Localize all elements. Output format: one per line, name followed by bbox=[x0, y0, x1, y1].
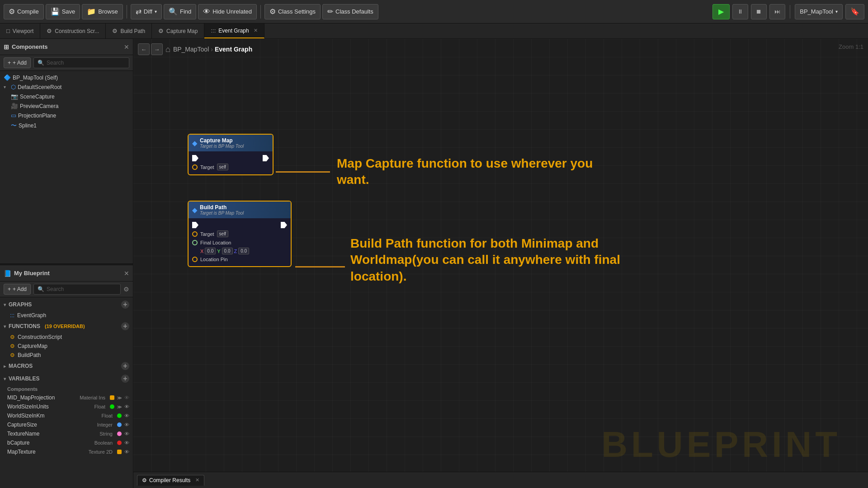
compile-button[interactable]: ⚙ Compile bbox=[4, 4, 44, 19]
capture-map-icon: ⚙ bbox=[158, 28, 164, 34]
play-button[interactable]: ▶ bbox=[712, 4, 730, 19]
tab-event-graph-close[interactable]: ✕ bbox=[254, 28, 258, 33]
tab-event-graph[interactable]: ::: Event Graph ✕ bbox=[204, 23, 264, 38]
compiler-results-close[interactable]: ✕ bbox=[195, 477, 199, 483]
components-search-input[interactable]: 🔍 Search bbox=[33, 57, 129, 68]
pause-button[interactable]: ⏸ bbox=[732, 4, 748, 19]
construction-script-item[interactable]: ⚙ ConstructionScript bbox=[0, 333, 133, 342]
my-blueprint-search-input[interactable]: 🔍 Search bbox=[33, 284, 121, 295]
find-button[interactable]: 🔍 Find bbox=[164, 4, 196, 19]
bookmark-button[interactable]: 🔖 bbox=[845, 4, 864, 19]
worldsize-inunits-eye[interactable]: 👁 bbox=[124, 404, 129, 409]
bcapture-eye[interactable]: 👁 bbox=[124, 440, 129, 446]
compiler-results-label: Compiler Results bbox=[149, 477, 190, 483]
capture-size-var[interactable]: CaptureSize Integer 👁 bbox=[0, 420, 133, 429]
variables-add-btn[interactable]: + bbox=[121, 375, 129, 383]
projection-plane-item[interactable]: ▭ ProjectionPlane bbox=[0, 111, 133, 120]
tab-bar: □ Viewport ⚙ Construction Scr... ⚙ Build… bbox=[0, 23, 868, 39]
capture-map-exec-in-pin[interactable] bbox=[192, 155, 198, 161]
bcapture-var[interactable]: bCapture Boolean 👁 bbox=[0, 438, 133, 447]
bp-maptool-self[interactable]: 🔷 BP_MapTool (Self) bbox=[0, 73, 133, 82]
build-path-location-row: Final Location bbox=[192, 239, 287, 247]
stop-button[interactable]: ⏹ bbox=[751, 4, 767, 19]
separator-1 bbox=[127, 5, 127, 19]
mid-mapprojection-eye[interactable]: 👁 bbox=[124, 395, 129, 400]
default-scene-root-item[interactable]: ▾ ⬡ DefaultSceneRoot bbox=[0, 82, 133, 92]
capture-map-item[interactable]: ⚙ CaptureMap bbox=[0, 342, 133, 351]
scene-capture-icon: 📷 bbox=[11, 93, 18, 100]
diff-button[interactable]: ⇄ Diff ▾ bbox=[131, 4, 162, 19]
breadcrumb-separator: › bbox=[211, 46, 213, 53]
graphs-section-header[interactable]: ▾ GRAPHS + bbox=[0, 298, 133, 311]
build-path-exec-in-pin[interactable] bbox=[192, 222, 198, 228]
mid-mapprojection-arrow[interactable]: ≫ bbox=[117, 395, 122, 400]
maptexture-eye[interactable]: 👁 bbox=[124, 449, 129, 455]
class-defaults-button[interactable]: ✏ Class Defaults bbox=[322, 4, 378, 19]
capture-map-target-pin[interactable] bbox=[192, 164, 198, 170]
bcapture-name: bCapture bbox=[4, 440, 92, 446]
class-defaults-label: Class Defaults bbox=[335, 8, 373, 15]
tab-construction[interactable]: ⚙ Construction Scr... bbox=[40, 23, 106, 38]
compiler-results-tab[interactable]: ⚙ Compiler Results ✕ bbox=[137, 475, 204, 486]
scene-capture-item[interactable]: 📷 SceneCapture bbox=[0, 92, 133, 101]
tab-build-path[interactable]: ⚙ Build Path bbox=[106, 23, 152, 38]
mid-mapprojection-var[interactable]: MID_MapProjection Material Ins ≫ 👁 bbox=[0, 393, 133, 402]
my-blueprint-close-btn[interactable]: ✕ bbox=[124, 270, 129, 277]
worldsize-inunits-arrow[interactable]: ≫ bbox=[117, 404, 122, 409]
event-graph-item[interactable]: ::: EventGraph bbox=[0, 311, 133, 320]
my-blueprint-add-btn[interactable]: + + Add bbox=[4, 284, 31, 295]
macros-section-header[interactable]: ▸ MACROS + bbox=[0, 360, 133, 372]
tab-capture-map[interactable]: ⚙ Capture Map bbox=[152, 23, 204, 38]
bp-dropdown-label: BP_MapTool bbox=[800, 8, 833, 15]
macros-add-btn[interactable]: + bbox=[121, 362, 129, 370]
build-path-exec-out-pin[interactable] bbox=[281, 222, 287, 228]
functions-section-header[interactable]: ▾ FUNCTIONS (19 OVERRIDAB) + bbox=[0, 320, 133, 333]
tab-viewport[interactable]: □ Viewport bbox=[0, 23, 40, 38]
build-path-node-subtitle: Target is BP Map Tool bbox=[200, 211, 244, 216]
my-blueprint-settings-icon[interactable]: ⚙ bbox=[123, 286, 129, 293]
components-subsection: Components bbox=[0, 385, 133, 393]
save-button[interactable]: 💾 Save bbox=[46, 4, 80, 19]
functions-add-btn[interactable]: + bbox=[121, 322, 129, 330]
nav-forward-btn[interactable]: → bbox=[151, 43, 163, 55]
hide-unrelated-icon: 👁 bbox=[203, 8, 210, 16]
build-path-x-value[interactable]: 0.0 bbox=[205, 248, 216, 254]
capture-map-node[interactable]: ◆ Capture Map Target is BP Map Tool Targ… bbox=[188, 134, 274, 175]
graphs-add-btn[interactable]: + bbox=[121, 300, 129, 309]
worldsize-inkm-var[interactable]: WorldSizeInKm Float 👁 bbox=[0, 411, 133, 420]
maptexture-var[interactable]: MapTexture Texture 2D 👁 bbox=[0, 447, 133, 456]
save-label: Save bbox=[62, 8, 75, 15]
components-add-btn[interactable]: + + Add bbox=[4, 57, 31, 68]
construction-script-icon: ⚙ bbox=[10, 334, 15, 340]
build-path-y-value[interactable]: 0.0 bbox=[222, 248, 233, 254]
preview-camera-item[interactable]: 🎥 PreviewCamera bbox=[0, 101, 133, 111]
build-path-target-pin[interactable] bbox=[192, 231, 198, 237]
spline1-item[interactable]: 〜 Spline1 bbox=[0, 120, 133, 131]
bp-dropdown[interactable]: BP_MapTool ▾ bbox=[795, 4, 843, 19]
build-path-node[interactable]: ◆ Build Path Target is BP Map Tool Targe… bbox=[188, 201, 292, 267]
build-path-locationpin-dot[interactable] bbox=[192, 257, 198, 262]
skip-button[interactable]: ⏭ bbox=[769, 4, 785, 19]
build-path-location-pin[interactable] bbox=[192, 240, 198, 245]
build-path-item[interactable]: ⚙ BuildPath bbox=[0, 351, 133, 360]
my-blueprint-search-icon: 🔍 bbox=[38, 286, 44, 292]
bp-dropdown-icon: ▾ bbox=[835, 9, 838, 14]
preview-camera-icon: 🎥 bbox=[11, 103, 18, 109]
texture-name-var[interactable]: TextureName String 👁 bbox=[0, 429, 133, 438]
components-close-btn[interactable]: ✕ bbox=[124, 43, 129, 51]
build-path-z-value[interactable]: 0.0 bbox=[238, 248, 249, 254]
event-graph-viewport[interactable]: ← → ⌂ BP_MapTool › Event Graph Zoom 1:1 … bbox=[133, 39, 868, 488]
nav-back-btn[interactable]: ← bbox=[138, 43, 150, 55]
class-settings-button[interactable]: ⚙ Class Settings bbox=[264, 4, 321, 19]
texture-name-dot bbox=[117, 432, 122, 436]
texture-name-eye[interactable]: 👁 bbox=[124, 431, 129, 436]
hide-unrelated-button[interactable]: 👁 Hide Unrelated bbox=[198, 4, 257, 19]
capture-map-exec-out-pin[interactable] bbox=[263, 155, 269, 161]
tab-viewport-label: Viewport bbox=[13, 28, 33, 34]
breadcrumb-root[interactable]: BP_MapTool bbox=[173, 46, 209, 53]
browse-button[interactable]: 📁 Browse bbox=[82, 4, 123, 19]
capture-size-eye[interactable]: 👁 bbox=[124, 422, 129, 427]
worldsize-inkm-eye[interactable]: 👁 bbox=[124, 413, 129, 418]
worldsize-inunits-var[interactable]: WorldSizeInUnits Float ≫ 👁 bbox=[0, 402, 133, 411]
variables-section-header[interactable]: ▾ VARIABLES + bbox=[0, 372, 133, 385]
